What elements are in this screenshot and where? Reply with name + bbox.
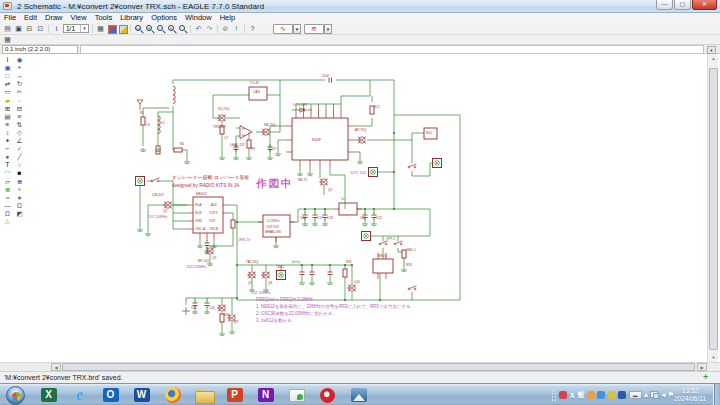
ime-kanji[interactable]: 般 (577, 390, 584, 400)
palette-tool-4[interactable]: □ (2, 72, 13, 80)
palette-tool-1[interactable]: ◉ (14, 56, 25, 64)
palette-tool-16[interactable]: ≡ (2, 121, 13, 129)
layer-settings-icon[interactable] (117, 24, 128, 34)
palette-tool-28[interactable]: ◠ (2, 169, 13, 177)
display-layers-icon[interactable] (106, 24, 117, 34)
palette-tool-37[interactable]: Ω (14, 202, 25, 210)
taskbar-app-red-app[interactable] (312, 385, 343, 405)
palette-tool-14[interactable]: ▤ (2, 113, 13, 121)
export-image-icon[interactable]: ⊡ (35, 24, 46, 34)
palette-tool-7[interactable]: ↻ (14, 80, 25, 88)
tray-grip[interactable] (551, 389, 557, 402)
palette-tool-15[interactable]: ✕ (14, 113, 25, 121)
palette-tool-10[interactable]: ▰ (2, 97, 13, 105)
taskbar-app-excel[interactable]: X (33, 385, 64, 405)
palette-tool-33[interactable]: + (14, 186, 25, 194)
horizontal-scrollbar[interactable]: ◀ ▶ (0, 362, 720, 371)
palette-tool-27[interactable]: ○ (14, 161, 25, 169)
undo-icon[interactable]: ↶ (193, 24, 204, 34)
palette-tool-8[interactable]: ▭ (2, 88, 13, 96)
network-icon[interactable] (650, 391, 659, 399)
palette-tool-17[interactable]: ⇅ (14, 121, 25, 129)
palette-tool-21[interactable]: ∠ (14, 137, 25, 145)
palette-tool-12[interactable]: ⊞ (2, 105, 13, 113)
stop-icon[interactable]: ⊘ (220, 24, 231, 34)
palette-tool-35[interactable]: ∗ (14, 194, 25, 202)
palette-tool-9[interactable]: ✂ (14, 88, 25, 96)
ime-mode[interactable]: A (570, 392, 575, 399)
palette-tool-24[interactable]: ● (2, 153, 13, 161)
info-icon[interactable]: i (51, 24, 62, 34)
taskbar-app-onenote[interactable]: N (250, 385, 281, 405)
palette-tool-3[interactable]: + (14, 64, 25, 72)
menu-draw[interactable]: Draw (45, 13, 63, 23)
palette-tool-6[interactable]: ⇄ (2, 80, 13, 88)
minimize-button[interactable]: — (656, 0, 673, 10)
palette-tool-13[interactable]: ⊟ (14, 105, 25, 113)
zoom-select-icon[interactable] (177, 24, 188, 34)
palette-tool-20[interactable]: ✦ (2, 137, 13, 145)
zoom-in-icon[interactable]: + (144, 24, 155, 34)
vertical-scrollbar-thumb[interactable] (709, 68, 718, 350)
palette-tool-36[interactable]: — (2, 202, 13, 210)
palette-tool-38[interactable]: Ω (2, 210, 13, 218)
vertical-scrollbar[interactable]: ▲ ▼ (707, 54, 718, 362)
sheet-selector[interactable]: 1/1 (63, 24, 89, 33)
taskbar-app-photo-app[interactable] (343, 385, 374, 405)
tray-icon-2[interactable] (597, 391, 605, 399)
taskbar-clock[interactable]: 13:52 2024/06/11 (669, 387, 711, 403)
palette-tool-29[interactable]: ■ (14, 169, 25, 177)
taskbar-app-mail[interactable] (281, 385, 312, 405)
maximize-button[interactable]: ▢ (674, 0, 691, 10)
menu-options[interactable]: Options (151, 13, 177, 23)
palette-tool-18[interactable]: ↕ (2, 129, 13, 137)
run-icon[interactable]: ! (231, 24, 242, 34)
menu-library[interactable]: Library (120, 13, 143, 23)
grid-icon[interactable]: ▦ (95, 24, 106, 34)
hscroll-left-button[interactable]: ◀ (51, 363, 61, 371)
scroll-corner-button[interactable]: ▾ (707, 46, 716, 54)
save-icon[interactable]: ▣ (13, 24, 24, 34)
open-icon[interactable]: ▤ (2, 24, 13, 34)
palette-tool-0[interactable]: i (2, 56, 13, 64)
zoom-redraw-icon[interactable]: ▪ (166, 24, 177, 34)
menu-edit[interactable]: Edit (24, 13, 37, 23)
palette-tool-26[interactable]: T (2, 161, 13, 169)
language-bar[interactable]: ▬ (629, 391, 642, 399)
menu-window[interactable]: Window (185, 13, 212, 23)
antivirus-icon[interactable] (559, 391, 567, 399)
switch-board-dropdown[interactable]: ▼ (324, 24, 332, 34)
palette-tool-2[interactable]: ▣ (2, 64, 13, 72)
start-button[interactable] (6, 386, 25, 405)
palette-tool-23[interactable]: ✓ (14, 145, 25, 153)
frames-icon[interactable]: ▦ (2, 35, 13, 45)
volume-icon[interactable]: ◂ (662, 391, 666, 399)
palette-tool-34[interactable]: ≈ (2, 194, 13, 202)
tray-icon-1[interactable] (587, 391, 595, 399)
hscroll-right-button[interactable]: ▶ (697, 363, 707, 371)
simulate-dropdown[interactable]: ▼ (293, 24, 301, 34)
taskbar-app-powerpoint[interactable]: P (219, 385, 250, 405)
palette-tool-31[interactable]: ≣ (14, 178, 25, 186)
tray-icon-4[interactable] (618, 391, 626, 399)
menu-help[interactable]: Help (220, 13, 235, 23)
close-button[interactable]: ✕ (692, 0, 717, 10)
palette-tool-30[interactable]: ▱ (2, 178, 13, 186)
palette-tool-32[interactable]: ≣ (2, 186, 13, 194)
horizontal-scrollbar-thumb[interactable] (62, 363, 695, 371)
taskbar-app-explorer-folder[interactable] (188, 385, 219, 405)
tray-icon-3[interactable] (608, 391, 616, 399)
switch-board-button[interactable]: ≋ (304, 24, 324, 34)
taskbar-app-firefox[interactable] (157, 385, 188, 405)
redo-icon[interactable]: ↷ (204, 24, 215, 34)
title-bar[interactable]: 2 Schematic - M:¥convert 2¥conver TRX.sc… (0, 0, 720, 13)
schematic-canvas[interactable]: オシレーター搭載 コンバータ基板 designed by RADIO KITS … (27, 54, 707, 362)
taskbar-app-outlook[interactable]: O (95, 385, 126, 405)
menu-file[interactable]: File (4, 13, 16, 23)
palette-tool-25[interactable]: ╱ (14, 153, 25, 161)
taskbar-app-internet-explorer[interactable]: e (64, 385, 95, 405)
hidden-icons[interactable]: ▴ (644, 391, 648, 399)
menu-view[interactable]: View (71, 13, 87, 23)
zoom-fit-icon[interactable]: ▭ (133, 24, 144, 34)
palette-tool-22[interactable]: ⌐ (2, 145, 13, 153)
